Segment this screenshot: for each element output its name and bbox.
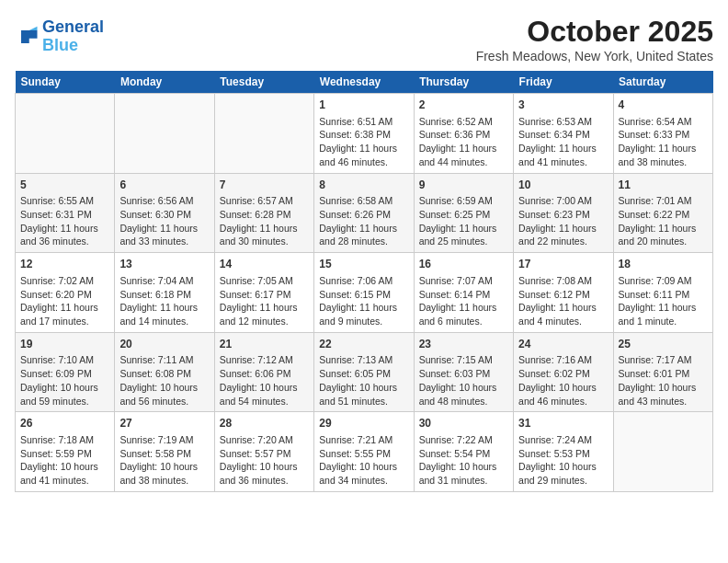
day-info: Sunrise: 7:02 AM <box>20 274 109 288</box>
day-info: Daylight: 10 hours and 59 minutes. <box>20 381 109 408</box>
calendar-cell: 16Sunrise: 7:07 AMSunset: 6:14 PMDayligh… <box>414 253 513 333</box>
day-number: 23 <box>419 337 508 352</box>
calendar-week-2: 5Sunrise: 6:55 AMSunset: 6:31 PMDaylight… <box>16 173 713 253</box>
weekday-header-thursday: Thursday <box>414 71 513 94</box>
day-info: Daylight: 11 hours and 4 minutes. <box>518 301 608 327</box>
day-info: Daylight: 10 hours and 29 minutes. <box>518 460 608 487</box>
day-info: Sunrise: 7:09 AM <box>619 274 708 288</box>
day-info: Daylight: 11 hours and 30 minutes. <box>220 222 309 248</box>
day-info: Sunrise: 7:18 AM <box>20 433 109 447</box>
day-info: Sunset: 6:18 PM <box>119 288 209 302</box>
day-info: Sunrise: 6:54 AM <box>619 115 708 129</box>
day-number: 25 <box>619 337 708 352</box>
day-info: Sunset: 6:02 PM <box>518 367 608 381</box>
calendar-cell: 19Sunrise: 7:10 AMSunset: 6:09 PMDayligh… <box>16 332 115 412</box>
title-block: October 2025 Fresh Meadows, New York, Un… <box>476 15 713 63</box>
day-number: 21 <box>220 337 309 352</box>
day-info: Sunset: 6:05 PM <box>319 367 408 381</box>
day-info: Sunset: 6:30 PM <box>119 208 209 222</box>
day-info: Sunset: 6:12 PM <box>518 288 608 302</box>
day-number: 13 <box>119 257 209 272</box>
day-info: Sunset: 5:58 PM <box>119 447 209 461</box>
day-info: Daylight: 10 hours and 34 minutes. <box>319 460 408 487</box>
day-info: Daylight: 11 hours and 28 minutes. <box>319 222 408 248</box>
weekday-header-monday: Monday <box>115 71 214 94</box>
day-number: 16 <box>419 257 508 272</box>
day-number: 5 <box>20 178 109 193</box>
day-number: 2 <box>419 98 508 113</box>
day-info: Daylight: 10 hours and 38 minutes. <box>119 460 209 487</box>
day-info: Sunrise: 7:17 AM <box>619 353 708 367</box>
day-info: Daylight: 11 hours and 33 minutes. <box>119 222 209 248</box>
day-info: Sunset: 5:53 PM <box>518 447 608 461</box>
day-number: 15 <box>319 257 408 272</box>
day-info: Sunrise: 6:59 AM <box>419 194 508 208</box>
calendar-cell: 24Sunrise: 7:16 AMSunset: 6:02 PMDayligh… <box>514 332 613 412</box>
day-info: Sunset: 6:31 PM <box>20 208 109 222</box>
day-number: 10 <box>518 178 608 193</box>
day-info: Sunrise: 6:56 AM <box>119 194 209 208</box>
day-number: 4 <box>619 98 708 113</box>
location: Fresh Meadows, New York, United States <box>476 49 713 63</box>
day-number: 20 <box>119 337 209 352</box>
day-number: 24 <box>518 337 608 352</box>
calendar-cell: 1Sunrise: 6:51 AMSunset: 6:38 PMDaylight… <box>314 94 414 174</box>
day-info: Sunset: 6:11 PM <box>619 288 708 302</box>
day-number: 7 <box>220 178 309 193</box>
day-info: Daylight: 11 hours and 38 minutes. <box>619 142 708 168</box>
calendar-week-5: 26Sunrise: 7:18 AMSunset: 5:59 PMDayligh… <box>16 412 713 492</box>
day-info: Sunrise: 7:10 AM <box>20 353 109 367</box>
calendar-cell: 7Sunrise: 6:57 AMSunset: 6:28 PMDaylight… <box>214 173 313 253</box>
day-info: Sunrise: 7:24 AM <box>518 433 608 447</box>
day-info: Sunset: 6:23 PM <box>518 208 608 222</box>
day-info: Daylight: 11 hours and 46 minutes. <box>319 142 408 168</box>
day-info: Sunset: 6:17 PM <box>220 288 309 302</box>
day-info: Sunset: 5:54 PM <box>419 447 508 461</box>
day-info: Sunset: 5:55 PM <box>319 447 408 461</box>
calendar-cell <box>613 412 712 492</box>
day-info: Sunset: 6:14 PM <box>419 288 508 302</box>
weekday-header-friday: Friday <box>514 71 613 94</box>
day-info: Daylight: 11 hours and 12 minutes. <box>220 301 309 327</box>
day-info: Daylight: 10 hours and 48 minutes. <box>419 381 508 408</box>
day-number: 30 <box>419 416 508 431</box>
day-info: Sunrise: 6:55 AM <box>20 194 109 208</box>
day-info: Sunset: 6:15 PM <box>319 288 408 302</box>
day-number: 6 <box>119 178 209 193</box>
calendar-cell <box>16 94 115 174</box>
day-info: Sunrise: 7:01 AM <box>619 194 708 208</box>
day-info: Sunrise: 7:04 AM <box>119 274 209 288</box>
day-info: Daylight: 10 hours and 51 minutes. <box>319 381 408 408</box>
day-info: Sunset: 6:20 PM <box>20 288 109 302</box>
calendar-cell: 5Sunrise: 6:55 AMSunset: 6:31 PMDaylight… <box>16 173 115 253</box>
calendar-cell: 25Sunrise: 7:17 AMSunset: 6:01 PMDayligh… <box>613 332 712 412</box>
day-info: Sunrise: 6:57 AM <box>220 194 309 208</box>
calendar-cell: 30Sunrise: 7:22 AMSunset: 5:54 PMDayligh… <box>414 412 513 492</box>
day-info: Daylight: 10 hours and 41 minutes. <box>20 460 109 487</box>
day-info: Daylight: 10 hours and 46 minutes. <box>518 381 608 408</box>
day-number: 14 <box>220 257 309 272</box>
day-number: 28 <box>220 416 309 431</box>
calendar-cell: 15Sunrise: 7:06 AMSunset: 6:15 PMDayligh… <box>314 253 414 333</box>
day-info: Sunrise: 7:15 AM <box>419 353 508 367</box>
day-info: Sunrise: 7:21 AM <box>319 433 408 447</box>
day-info: Sunset: 6:28 PM <box>220 208 309 222</box>
weekday-header-sunday: Sunday <box>16 71 115 94</box>
day-info: Daylight: 10 hours and 56 minutes. <box>119 381 209 408</box>
day-number: 1 <box>319 98 408 113</box>
calendar-cell: 22Sunrise: 7:13 AMSunset: 6:05 PMDayligh… <box>314 332 414 412</box>
day-info: Sunset: 6:22 PM <box>619 208 708 222</box>
day-info: Sunset: 5:57 PM <box>220 447 309 461</box>
logo-text: General Blue <box>42 18 104 55</box>
day-number: 17 <box>518 257 608 272</box>
day-number: 11 <box>619 178 708 193</box>
day-info: Sunrise: 7:20 AM <box>220 433 309 447</box>
day-info: Sunset: 6:03 PM <box>419 367 508 381</box>
day-info: Daylight: 11 hours and 14 minutes. <box>119 301 209 327</box>
logo-icon <box>15 24 40 50</box>
calendar-cell: 13Sunrise: 7:04 AMSunset: 6:18 PMDayligh… <box>115 253 214 333</box>
calendar-cell: 3Sunrise: 6:53 AMSunset: 6:34 PMDaylight… <box>514 94 613 174</box>
day-info: Sunrise: 7:07 AM <box>419 274 508 288</box>
svg-marker-1 <box>29 26 38 29</box>
calendar-cell: 21Sunrise: 7:12 AMSunset: 6:06 PMDayligh… <box>214 332 313 412</box>
